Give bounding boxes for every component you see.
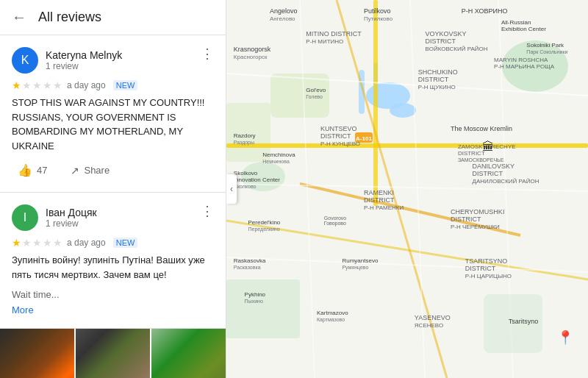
reviewer-details: Іван Доцяк 1 review — [46, 207, 97, 229]
map-container[interactable]: A-101 🏛 📍 AngelovoАнгелово PutilkovoПути… — [226, 0, 588, 378]
star-rating: ★ ★ ★ ★ ★ — [12, 237, 62, 249]
wait-time-label: Wait time... — [12, 289, 214, 300]
map-label-golevo: Gol'evoГолево — [306, 87, 326, 100]
map-label-yasenevo: YASENEVOЯСЕНЕВО — [415, 314, 451, 329]
map-label-tsaritsyno: Tsaritsyno — [509, 318, 539, 325]
review-actions: 👍 47 ↗ Share — [12, 160, 214, 180]
review-card: І Іван Доцяк 1 review ⋮ ★ ★ ★ ★ ★ a day … — [0, 193, 226, 329]
like-count: 47 — [37, 165, 47, 176]
share-label: Share — [84, 165, 110, 176]
map-label-peredelkino: Peredel'kinoПеределкино — [248, 219, 281, 232]
new-badge: NEW — [113, 238, 138, 248]
new-badge: NEW — [113, 80, 138, 90]
map-label-exhibition: All-RussianExhibition Center — [501, 19, 546, 32]
map-label-khovrino: Р-Н ХОВРИНО — [462, 7, 508, 15]
map-label-kuntsevo: KUNTSEVODISTRICTР-Н КУНЦЕВО — [320, 125, 360, 147]
star-1: ★ — [12, 79, 21, 91]
review-card: K Kateryna Melnyk 1 review ⋮ ★ ★ ★ ★ ★ a… — [0, 35, 226, 193]
review-more-button[interactable]: ⋮ — [201, 204, 214, 218]
reviewer-count: 1 review — [46, 61, 122, 71]
map-label-cheryomushki: CHERYOMUSHKIDISTRICTР-Н ЧЕРЁМУШКИ — [451, 208, 504, 230]
star-3: ★ — [32, 237, 42, 249]
reviewer-info: K Kateryna Melnyk 1 review — [12, 47, 122, 74]
collapse-panel-button[interactable]: ‹ — [226, 174, 237, 204]
reviewer-name: Kateryna Melnyk — [46, 49, 122, 61]
avatar: K — [12, 47, 38, 74]
photo-fire[interactable] — [0, 329, 74, 378]
star-4: ★ — [43, 237, 52, 249]
review-text: STOP THIS WAR AGAINST MY COUNTRY!!! RUSS… — [12, 96, 214, 153]
reviews-panel: ← All reviews K Kateryna Melnyk 1 review… — [0, 0, 226, 378]
map-label-angelovo: AngelovoАнгелово — [270, 7, 298, 22]
svg-rect-11 — [373, 0, 378, 206]
map-label-pykhino: PykhinoПыхино — [245, 291, 265, 304]
review-text: Зупиніть войну! зупиніть Путіна! Ваших у… — [12, 253, 214, 282]
like-button[interactable]: 👍 47 — [12, 160, 53, 180]
star-1: ★ — [12, 237, 21, 249]
reviewer-details: Kateryna Melnyk 1 review — [46, 49, 122, 71]
map-label-kremlin: The Moscow Kremlin — [451, 125, 512, 132]
map-label-krasnogorsk: KrasnogorskКрасногорск — [234, 46, 271, 60]
photo-truck[interactable] — [76, 329, 150, 378]
rating-row: ★ ★ ★ ★ ★ a day ago NEW — [12, 79, 214, 91]
map-label-tsaritsyno-district: TSARITSYNODISTRICTР-Н ЦАРИЦЫНО — [465, 257, 512, 279]
share-icon: ↗ — [71, 165, 79, 176]
photo-field[interactable] — [151, 329, 226, 378]
map-label-raskasovka: RaskasovkaРасказовка — [234, 257, 266, 271]
avatar: І — [12, 204, 38, 231]
map-label-zamoskvorechye: ZAMOSKVORECHYEDISTRICTЗАМОСКВОРЕЧЬЕ — [458, 143, 516, 163]
photos-row — [0, 329, 226, 378]
reviewer-count: 1 review — [46, 218, 97, 229]
map-label-razdory: RazdoryРаздоры — [234, 132, 256, 146]
svg-rect-10 — [226, 143, 588, 148]
review-header: K Kateryna Melnyk 1 review ⋮ — [12, 47, 214, 74]
thumbs-up-icon: 👍 — [18, 163, 32, 177]
star-2: ★ — [22, 79, 32, 91]
page-title: All reviews — [38, 10, 101, 25]
more-link[interactable]: More — [12, 304, 34, 315]
star-5: ★ — [53, 79, 62, 91]
review-time: a day ago — [67, 80, 106, 90]
map-label-voykovsky: VOYKOVSKYDISTRICTВОЙКОВСКИЙ РАЙОН — [426, 30, 488, 52]
map-label-govorovo: GovorovoГоворово — [324, 215, 346, 226]
star-4: ★ — [43, 79, 52, 91]
rating-row: ★ ★ ★ ★ ★ a day ago NEW — [12, 237, 214, 249]
panel-header: ← All reviews — [0, 0, 226, 35]
map-label-nemchinova: NemchinovaНемчинова — [262, 151, 295, 165]
map-label-maryin: MARYIN ROSHCHAР-Н МАРЬИНА РОЩА — [494, 57, 554, 70]
map-label-rumyantsevo: RumyantsevoРумянцево — [342, 257, 378, 271]
map-label-shchukino: SHCHUKINODISTRICTР-Н ЩУКИНО — [418, 68, 458, 90]
collapse-icon: ‹ — [230, 184, 233, 194]
map-label-danilovsky: DANILOVSKYDISTRICTДАНИЛОВСКИЙ РАЙОН — [473, 163, 539, 185]
review-header: І Іван Доцяк 1 review ⋮ — [12, 204, 214, 231]
map-label-sokolniki: Sokolniki ParkПарк Сокольники — [526, 42, 567, 55]
review-time: a day ago — [67, 238, 106, 248]
share-button[interactable]: ↗ Share — [65, 162, 115, 179]
map-label-mitino: MITINO DISTRICTР-Н МИТИНО — [306, 30, 362, 45]
svg-text:📍: 📍 — [557, 329, 574, 346]
svg-point-7 — [390, 103, 416, 118]
map-label-putilkovo: PutilkovoПутилково — [364, 7, 392, 22]
map-label-ramenki: RAMENKIDISTRICTР-Н РАМЕНКИ — [364, 189, 404, 211]
star-rating: ★ ★ ★ ★ ★ — [12, 79, 62, 91]
reviewer-info: І Іван Доцяк 1 review — [12, 204, 97, 231]
star-2: ★ — [22, 237, 32, 249]
star-5: ★ — [53, 237, 62, 249]
review-more-button[interactable]: ⋮ — [201, 47, 214, 60]
reviewer-name: Іван Доцяк — [46, 207, 97, 218]
reviews-list: K Kateryna Melnyk 1 review ⋮ ★ ★ ★ ★ ★ a… — [0, 35, 226, 378]
back-button[interactable]: ← — [12, 9, 26, 26]
map-label-skolkovo: SkolkovoInnovation CenterСколково — [234, 170, 280, 190]
svg-rect-23 — [226, 279, 300, 338]
map-panel[interactable]: A-101 🏛 📍 AngelovoАнгелово PutilkovoПути… — [226, 0, 588, 378]
star-3: ★ — [32, 79, 42, 91]
map-label-kartmazovo: KartmazovoКартмазово — [317, 310, 348, 323]
